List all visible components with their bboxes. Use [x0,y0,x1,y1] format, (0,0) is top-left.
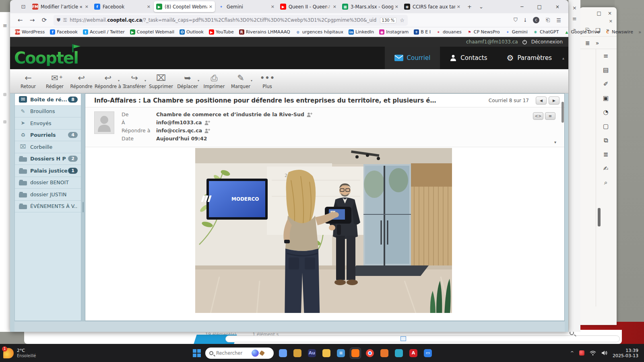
start-button[interactable] [192,349,201,358]
close-button[interactable]: × [555,4,559,10]
add-contact-icon[interactable] [204,120,210,125]
chevron-down-icon[interactable]: ▾ [198,79,199,82]
folder-item[interactable]: Pourriels 4 [15,130,81,142]
url-bar[interactable]: ⛊ ⚿ https://webmail.cooptel.qc.ca/?_task… [54,15,408,26]
folder-item[interactable]: Envoyés [15,117,81,130]
taskbar-app-icon[interactable] [394,348,404,358]
webmail-nav-item[interactable]: Courriel [385,47,440,69]
back-button[interactable]: ← [14,16,26,24]
firefox-view-icon[interactable]: ⊡ [17,2,29,12]
toolbar-button[interactable]: ➥ ▾ Déplacer [174,73,201,89]
taskbar-app-icon[interactable]: A [408,348,419,358]
bookmark-item[interactable]: ▶ Cooptel Webmail [130,29,174,35]
next-message-button[interactable]: ▶ [549,97,559,105]
toolbar-button[interactable]: ↩ Répondre [68,73,95,89]
chevron-down-icon[interactable]: ▾ [144,79,146,82]
maximize-icon[interactable]: □ [597,10,601,19]
minimize-button[interactable]: ─ [520,4,523,10]
browser-tab[interactable]: FM Modifier l’article « Un rési × [30,1,91,12]
forward-button[interactable]: → [26,16,38,24]
browser-tab[interactable]: ▦ 3-Mars.xlsx - Google Shee × [340,1,401,12]
folder-item[interactable]: Palais justice 1 [15,165,81,177]
bookmarks-overflow-icon[interactable]: » [638,29,641,35]
header-value[interactable]: Aujourd’hui 09:42 [156,135,207,143]
toolbar-button[interactable]: ↩ ▾ Répondre à ... [95,73,121,89]
scrollbar-thumb[interactable] [561,102,564,123]
panel-tool-icon[interactable]: » [596,40,599,46]
browser-tab[interactable]: ◉ CCIRS face aux tarifs × [402,1,463,12]
header-value[interactable]: info@fm1033.ca [156,119,202,127]
taskbar-app-icon[interactable] [278,348,288,358]
add-contact-icon[interactable] [307,112,312,117]
tray-clock[interactable]: 13:39 2025-03-13 [613,348,638,358]
toolbar-button[interactable]: ✎ ▾ Marquer [227,73,254,89]
taskbar-search[interactable] [205,348,274,359]
bookmark-item[interactable]: FM WordPress [15,29,45,35]
extension-icon[interactable]: c [533,17,539,23]
sidebar-tool-icon[interactable]: ▢ [603,123,609,130]
previous-message-button[interactable]: ◀ [536,97,547,105]
folder-item[interactable]: dossier JUSTIN [15,189,81,201]
browser-tab[interactable]: ▶ (8) Cooptel Webmail :: Inf × [154,1,215,12]
toolbar-button[interactable]: ••• Plus [254,73,281,89]
hamburger-icon[interactable]: ≡ [3,23,10,29]
taskbar-app-icon[interactable]: ≡ [336,348,346,358]
logout-link[interactable]: Déconnexion [531,39,563,45]
html-view-toggle[interactable]: <> [533,112,543,120]
details-caret-icon[interactable]: ▾ [554,140,556,144]
sidebar-tool-icon[interactable]: ✍ [603,165,609,172]
add-contact-icon[interactable] [204,128,210,133]
share-page-icon[interactable]: ⎗ [546,17,550,23]
reload-button[interactable]: ⟳ [38,16,50,24]
pane-splitter[interactable] [81,93,85,321]
sidebar-tool-icon[interactable]: ▤ [603,66,609,74]
taskbar-app-icon[interactable] [292,348,303,358]
browser-tab[interactable]: ✦ Gemini × [216,1,277,12]
checkbox[interactable] [400,336,406,341]
bookmark-item[interactable]: C Newswire [605,29,633,35]
pocket-icon[interactable]: ⛉ [514,17,518,23]
tab-close-icon[interactable]: × [85,4,89,9]
toolbar-button[interactable]: ✉+ Rédiger [41,73,68,89]
taskbar-app-icon[interactable] [365,348,375,358]
close-icon[interactable]: × [569,5,580,11]
sidebar-tool-icon[interactable]: ⧉ [603,137,609,144]
bookmark-item[interactable]: ✶ douanes [436,29,462,35]
sidebar-tool-icon[interactable]: ≣ [603,151,609,158]
bookmark-item[interactable]: ▲ Google Drive [564,29,600,35]
weather-widget[interactable]: 1 2°C Ensoleillé [3,348,76,358]
scrollbar-thumb[interactable] [598,208,601,226]
bookmark-item[interactable]: in LinkedIn [349,29,374,35]
bookmark-item[interactable]: ✦ Gemini [505,29,528,35]
lock-icon[interactable]: ⚿ [63,17,67,23]
menu-icon[interactable]: ☰ [556,17,561,23]
zoom-level-badge[interactable]: 130 % [380,17,397,23]
tray-chevron-icon[interactable]: ^ [570,350,574,356]
bookmark-item[interactable]: ▶ YouTube [209,29,234,35]
wifi-icon[interactable] [590,351,596,356]
bookmark-item[interactable]: t Accueil / Twitter [83,29,125,35]
toolbar-button[interactable]: ← Retour [15,73,41,89]
taskbar-app-icon[interactable] [350,348,361,358]
folder-item[interactable]: Dossiers H P 2 [15,153,81,165]
bookmark-item[interactable]: ⚜ B E I [414,29,431,35]
tab-close-icon[interactable]: × [147,4,151,9]
webmail-nav-item[interactable]: ⚙ Paramètres [497,47,561,69]
bookmark-item[interactable]: ⚑ CP NewsPro [467,29,500,35]
download-icon[interactable]: ⭣ [524,17,526,23]
webmail-nav-item[interactable]: Contacts [440,47,497,69]
tab-close-icon[interactable]: × [395,4,398,9]
folder-item[interactable]: Corbeille [15,141,81,153]
tab-overflow-button[interactable]: ⌄ [479,4,483,10]
maximize-button[interactable]: □ [537,4,542,10]
bookmark-item[interactable]: ⊙ urgences hôpitaux [295,29,343,35]
close-icon[interactable]: × [580,19,617,24]
sidebar-tool-icon[interactable]: ▣ [603,95,609,102]
new-tab-button[interactable]: + [467,4,472,10]
tab-close-icon[interactable]: × [333,4,336,9]
bookmark-star-icon[interactable]: ☆ [400,17,405,23]
sidebar-tool-icon[interactable]: ⌕ [603,179,609,186]
bookmark-item[interactable]: ◉ Instagram [379,29,409,35]
toolbar-button[interactable]: ⎙ Imprimer [201,73,227,89]
header-value[interactable]: info@ccirs.qc.ca [156,127,202,135]
